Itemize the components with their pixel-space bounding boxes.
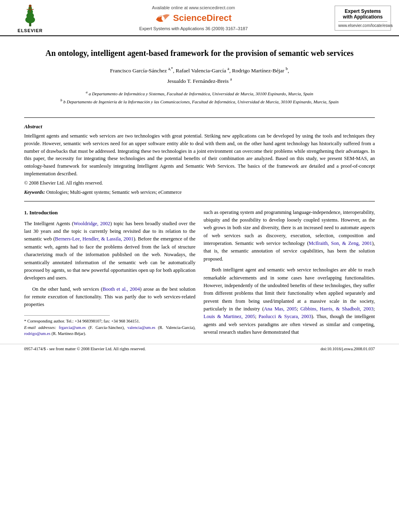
footnote-area: * Corresponding author. Tel.: +34 968398…	[24, 318, 195, 337]
gibbins-ref[interactable]: Gibbins, Harris, & Shadbolt, 2003	[300, 306, 374, 312]
footnote-email: E-mail addresses: frgarcia@um.es (F. Gar…	[24, 325, 195, 337]
journal-url: www.elsevier.com/locate/eswa	[338, 21, 387, 28]
email-rodrigo[interactable]: rodrigo@um.es	[24, 331, 50, 336]
elsevier-logo-area: ELSEVIER	[8, 3, 52, 33]
divider-1	[24, 117, 375, 118]
sciencedirect-bird-icon	[155, 12, 171, 25]
authors: Francisco García-Sánchez a,*, Rafael Val…	[32, 65, 367, 86]
section-1-number: 1.	[24, 210, 28, 216]
footnote-star: * Corresponding author. Tel.: +34 968398…	[24, 318, 195, 325]
footnote-divider	[24, 315, 110, 316]
sciencedirect-logo: ScienceDirect	[155, 12, 232, 25]
page-footer: 0957-4174/$ - see front matter © 2008 El…	[0, 344, 399, 353]
column-right: such as operating system and programming…	[204, 209, 375, 340]
abstract-title: Abstract	[24, 123, 375, 130]
journal-info-text: Expert Systems with Applications 36 (200…	[139, 26, 248, 31]
sciencedirect-label: ScienceDirect	[173, 13, 232, 23]
main-content: An ontology, intelligent agent-based fra…	[0, 36, 399, 340]
ana-mas-ref[interactable]: Ana Mas, 2005	[264, 306, 297, 312]
intro-para-1: The Intelligent Agents (Wooldridge, 2002…	[24, 220, 195, 282]
intro-para-2: On the other hand, web services (Booth e…	[24, 286, 195, 309]
journal-title: Expert Systemswith Applications	[338, 8, 387, 20]
email-frgarcia[interactable]: frgarcia@um.es	[59, 325, 86, 330]
sciencedirect-area: Available online at www.sciencedirect.co…	[52, 5, 335, 31]
keywords-label: Keywords:	[24, 189, 45, 195]
keywords: Keywords: Ontologies; Multi-agent system…	[24, 189, 375, 195]
abstract-section: Abstract Intelligent agents and semantic…	[24, 123, 375, 195]
footer-doi: doi:10.1016/j.eswa.2008.01.037	[321, 347, 375, 351]
right-para-2: Both intelligent agent and semantic web …	[204, 266, 375, 336]
keywords-values: Ontologies; Multi-agent systems; Semanti…	[46, 189, 182, 195]
paolucci-ref[interactable]: Paolucci & Sycara, 2003	[259, 314, 311, 319]
available-online-text: Available online at www.sciencedirect.co…	[152, 5, 235, 10]
affiliation-a: a Departamento de Informática y Sistemas…	[88, 91, 313, 96]
section-1-title: 1. Introduction	[24, 209, 195, 217]
elsevier-brand-text: ELSEVIER	[18, 28, 43, 33]
affiliations: a a Departamento de Informática y Sistem…	[32, 89, 367, 106]
two-column-body: 1. Introduction The Intelligent Agents (…	[24, 209, 375, 340]
louis-ref[interactable]: Louis & Martinez, 2005	[204, 314, 255, 319]
right-para-1: such as operating system and programming…	[204, 209, 375, 263]
booth-ref[interactable]: Booth et al., 2004	[103, 286, 140, 292]
abstract-text: Intelligent agents and semantic web serv…	[24, 132, 375, 178]
copyright-text: © 2008 Elsevier Ltd. All rights reserved…	[24, 180, 375, 186]
page-header: ELSEVIER Available online at www.science…	[0, 0, 399, 36]
section-1-label: Introduction	[29, 210, 58, 216]
wooldridge-ref[interactable]: Wooldridge, 2002	[74, 221, 110, 226]
paper-title: An ontology, intelligent agent-based fra…	[32, 47, 367, 59]
affiliation-b: b Departamento de Ingeniería de la Infor…	[63, 99, 338, 104]
divider-2	[24, 201, 375, 201]
mcilraith-ref[interactable]: McIlraith, Son, & Zeng, 2001	[309, 240, 372, 246]
column-left: 1. Introduction The Intelligent Agents (…	[24, 209, 195, 340]
footer-issn: 0957-4174/$ - see front matter © 2008 El…	[24, 347, 146, 351]
journal-box: Expert Systemswith Applications www.else…	[335, 6, 391, 31]
berners-lee-ref[interactable]: Berners-Lee, Hendler, & Lassila, 2001	[55, 236, 134, 242]
svg-point-5	[29, 4, 32, 7]
title-section: An ontology, intelligent agent-based fra…	[24, 36, 375, 112]
email-valencia[interactable]: valencia@um.es	[128, 325, 155, 330]
elsevier-tree-icon	[18, 3, 42, 27]
